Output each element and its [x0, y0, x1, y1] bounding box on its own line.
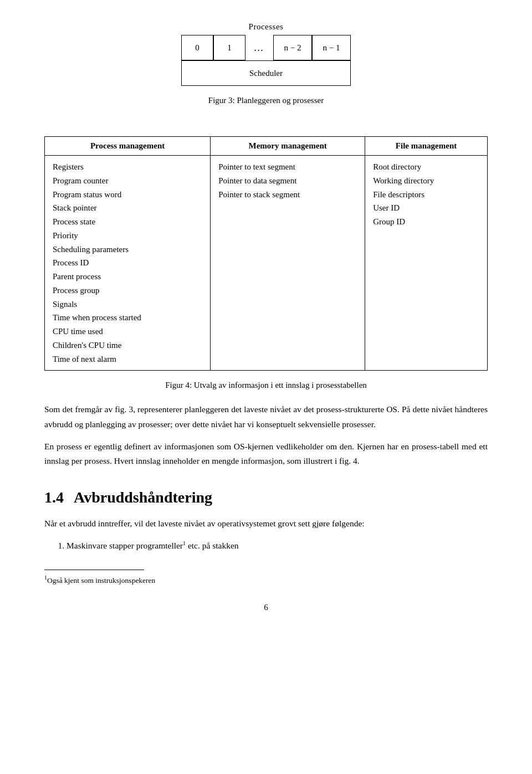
pm-item-10: Process group [53, 284, 202, 298]
pm-item-13: CPU time used [53, 325, 202, 339]
figure4-caption: Figur 4: Utvalg av informasjon i ett inn… [44, 381, 488, 390]
page-number: 6 [44, 603, 488, 612]
pm-item-12: Time when process started [53, 311, 202, 325]
mm-item-2: Pointer to data segment [218, 174, 357, 188]
pm-item-4: Stack pointer [53, 201, 202, 215]
footnote-text: Også kjent som instruksjonspekeren [47, 576, 155, 585]
pm-item-8: Process ID [53, 256, 202, 270]
col-header-memory: Memory management [211, 137, 365, 156]
figure3-caption: Figur 3: Planleggeren og prosesser [44, 96, 488, 105]
mm-item-1: Pointer to text segment [218, 160, 357, 174]
section-list: Maskinvare stapper programteller1 etc. p… [66, 539, 488, 553]
mm-item-3: Pointer to stack segment [218, 188, 357, 202]
list-item-1: Maskinvare stapper programteller1 etc. p… [66, 539, 488, 553]
paragraph-2: En prosess er egentlig definert av infor… [44, 439, 488, 469]
table-row-main: Registers Program counter Program status… [45, 156, 488, 371]
footnote-1: 1Også kjent som instruksjonspekeren [44, 573, 488, 586]
pm-item-7: Scheduling parameters [53, 243, 202, 257]
pm-item-11: Signals [53, 298, 202, 311]
proc-box-ellipsis: … [245, 35, 273, 60]
list-item-1-after: etc. på stakken [186, 541, 239, 550]
col-file-management: Root directory Working directory File de… [365, 156, 488, 371]
col-memory-management: Pointer to text segment Pointer to data … [211, 156, 365, 371]
col-header-process: Process management [45, 137, 211, 156]
pm-item-1: Registers [53, 160, 202, 174]
col-process-management: Registers Program counter Program status… [45, 156, 211, 371]
fm-item-3: File descriptors [373, 188, 479, 202]
processes-title: Processes [249, 22, 284, 32]
pm-item-6: Priority [53, 229, 202, 243]
proc-box-1: 1 [213, 35, 245, 60]
paragraph-1: Som det fremgår av fig. 3, representerer… [44, 402, 488, 432]
list-item-1-text: Maskinvare stapper programteller [66, 541, 183, 550]
diagram-section: Processes 0 1 … n − 2 n − 1 Scheduler [44, 22, 488, 120]
section-heading: 1.4Avbruddshåndtering [44, 489, 488, 506]
pm-item-3: Program status word [53, 188, 202, 202]
col-header-file: File management [365, 137, 488, 156]
scheduler-row: Scheduler [181, 60, 351, 86]
section-title: Avbruddshåndtering [74, 489, 212, 506]
diagram-grid: 0 1 … n − 2 n − 1 Scheduler [181, 35, 351, 86]
fm-item-4: User ID [373, 201, 479, 215]
process-info-table: Process management Memory management Fil… [44, 136, 488, 371]
pm-item-15: Time of next alarm [53, 352, 202, 366]
proc-box-n1: n − 1 [312, 35, 351, 60]
section-intro: Når et avbrudd inntreffer, vil det laves… [44, 516, 488, 531]
pm-item-14: Children's CPU time [53, 339, 202, 352]
fm-item-1: Root directory [373, 160, 479, 174]
proc-box-0: 0 [181, 35, 213, 60]
proc-box-n2: n − 2 [273, 35, 312, 60]
pm-item-5: Process state [53, 215, 202, 229]
pm-item-2: Program counter [53, 174, 202, 188]
pm-item-9: Parent process [53, 270, 202, 284]
footnote-separator [44, 570, 144, 570]
scheduler-box: Scheduler [181, 60, 351, 86]
process-boxes-row: 0 1 … n − 2 n − 1 [181, 35, 351, 60]
section-number: 1.4 [44, 489, 64, 506]
fm-item-2: Working directory [373, 174, 479, 188]
fm-item-5: Group ID [373, 215, 479, 229]
